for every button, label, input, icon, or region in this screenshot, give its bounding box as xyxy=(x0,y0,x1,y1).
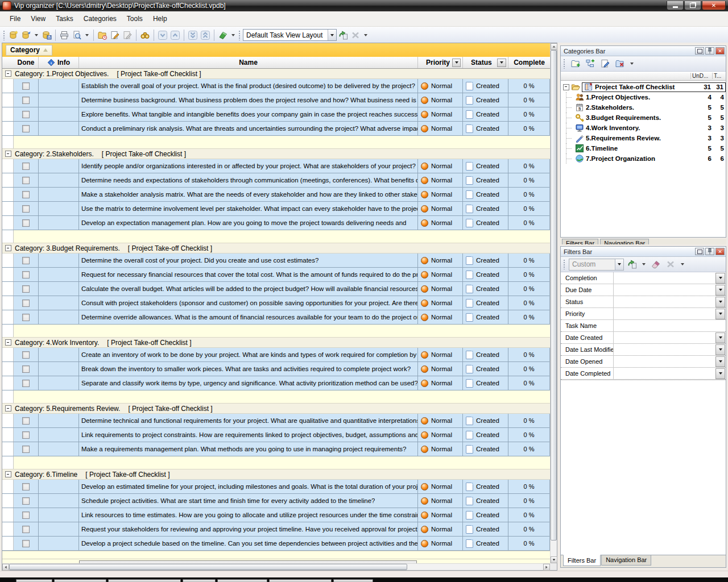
status-cell[interactable]: Created xyxy=(463,376,508,390)
complete-cell[interactable]: 0 % xyxy=(508,93,550,107)
filter-dropdown-due-date[interactable] xyxy=(715,285,725,296)
scroll-right-button[interactable] xyxy=(543,564,550,571)
status-cell[interactable]: Created xyxy=(463,296,508,310)
filter-value-task-name[interactable] xyxy=(613,320,726,331)
task-row[interactable]: Calculate the overall budget. What artic… xyxy=(2,282,550,296)
complete-cell[interactable]: 0 % xyxy=(508,362,550,376)
task-name-cell[interactable]: Determine needs and expectations of stak… xyxy=(79,173,418,187)
filter-value-date-created[interactable] xyxy=(613,332,715,343)
task-row[interactable]: Request your stakeholders for reviewing … xyxy=(2,522,550,537)
taskbar[interactable] xyxy=(0,577,728,582)
task-name-cell[interactable]: Schedule project activities. What are st… xyxy=(79,494,418,508)
status-filter-button[interactable] xyxy=(497,59,506,67)
search-button[interactable] xyxy=(139,29,151,41)
filter-dropdown-priority[interactable] xyxy=(715,309,725,319)
status-cell[interactable]: Created xyxy=(463,188,508,201)
done-checkbox[interactable] xyxy=(22,97,30,104)
complete-column-header[interactable]: Complete xyxy=(508,57,550,68)
task-row[interactable]: Request for necessary financial resource… xyxy=(2,268,550,282)
group-by-category-button[interactable]: Category xyxy=(6,45,52,56)
category-tree-item-5-requirements-review[interactable]: 5.Requirements Review.33 xyxy=(561,133,726,143)
collapse-tree-icon[interactable] xyxy=(563,84,569,90)
task-name-cell[interactable]: Link requirements to project constraints… xyxy=(79,428,418,442)
complete-cell[interactable]: 0 % xyxy=(508,537,550,550)
done-checkbox[interactable] xyxy=(22,125,30,132)
status-cell[interactable]: Created xyxy=(463,310,508,324)
done-checkbox[interactable] xyxy=(22,351,30,359)
complete-cell[interactable]: 0 % xyxy=(508,522,550,536)
close-button[interactable]: ✕ xyxy=(702,1,726,10)
complete-cell[interactable]: 0 % xyxy=(508,296,550,310)
done-checkbox[interactable] xyxy=(22,512,30,519)
toolbar-more-icon[interactable] xyxy=(364,34,367,36)
done-checkbox[interactable] xyxy=(22,540,30,547)
task-name-cell[interactable]: Establish the overall goal of your proje… xyxy=(79,79,418,93)
done-checkbox[interactable] xyxy=(22,380,30,387)
complete-cell[interactable]: 0 % xyxy=(508,268,550,281)
task-name-cell[interactable]: Conduct a preliminary risk analysis. Wha… xyxy=(79,122,418,135)
view-notebook-button[interactable] xyxy=(217,29,229,41)
status-cell[interactable]: Created xyxy=(463,202,508,215)
done-checkbox[interactable] xyxy=(22,417,30,425)
category-tree-item-6-timeline[interactable]: 6.Timeline55 xyxy=(561,143,726,153)
done-checkbox[interactable] xyxy=(22,177,30,184)
open-database-dropdown-icon[interactable] xyxy=(35,34,38,36)
task-name-cell[interactable]: Break down the inventory to smaller work… xyxy=(79,362,418,376)
done-checkbox[interactable] xyxy=(22,497,30,505)
priority-cell[interactable]: Normal xyxy=(418,537,463,550)
task-name-cell[interactable]: Determine override allowances. What is t… xyxy=(79,310,418,324)
priority-cell[interactable]: Normal xyxy=(418,107,463,121)
restore-button[interactable] xyxy=(684,1,701,10)
taskbar-item[interactable] xyxy=(16,579,52,582)
task-name-cell[interactable]: Use the matrix to determine involvement … xyxy=(79,202,418,215)
categories-minimize-button[interactable] xyxy=(695,47,704,55)
task-name-cell[interactable]: Make a requirements management plan. Wha… xyxy=(79,442,418,456)
complete-cell[interactable]: 0 % xyxy=(508,428,550,442)
done-checkbox[interactable] xyxy=(22,314,30,321)
status-cell[interactable]: Created xyxy=(463,268,508,281)
delete-filter-button[interactable] xyxy=(664,258,677,271)
print-preview-button[interactable] xyxy=(71,29,83,41)
taskbar-item[interactable] xyxy=(333,579,373,582)
task-row[interactable]: Determine the overall cost of your proje… xyxy=(2,253,550,268)
priority-cell[interactable]: Normal xyxy=(418,93,463,107)
task-row[interactable]: Determine technical and functional requi… xyxy=(2,414,550,428)
priority-cell[interactable]: Normal xyxy=(418,282,463,296)
complete-cell[interactable]: 0 % xyxy=(508,173,550,187)
status-cell[interactable]: Created xyxy=(463,494,508,508)
priority-cell[interactable]: Normal xyxy=(418,296,463,310)
complete-cell[interactable]: 0 % xyxy=(508,414,550,427)
clear-filter-button[interactable] xyxy=(649,258,663,271)
task-row[interactable]: Link requirements to project constraints… xyxy=(2,428,550,442)
name-column-header[interactable]: Name xyxy=(79,57,418,68)
status-cell[interactable]: Created xyxy=(463,414,508,427)
complete-cell[interactable]: 0 % xyxy=(508,253,550,267)
open-database-button[interactable] xyxy=(20,29,32,41)
priority-cell[interactable]: Normal xyxy=(418,376,463,390)
filter-value-date-opened[interactable] xyxy=(613,356,715,367)
task-name-cell[interactable]: Link resources to time estimates. How ar… xyxy=(79,508,418,522)
task-row[interactable]: Separate and classify work items by type… xyxy=(2,376,550,390)
priority-cell[interactable]: Normal xyxy=(418,173,463,187)
apply-filter-button[interactable] xyxy=(625,258,639,271)
done-checkbox[interactable] xyxy=(22,257,30,264)
priority-cell[interactable]: Normal xyxy=(418,79,463,93)
move-down-button[interactable] xyxy=(156,29,169,41)
category-tree-item-2-stakeholders[interactable]: 52.Stakeholders.55 xyxy=(561,102,726,113)
filter-value-status[interactable] xyxy=(613,296,715,307)
apply-filter-dropdown-icon[interactable] xyxy=(642,263,646,265)
scroll-down-button[interactable] xyxy=(551,556,557,563)
minimize-button[interactable] xyxy=(667,1,684,10)
filter-value-due-date[interactable] xyxy=(613,284,715,296)
toolbar-more-icon[interactable] xyxy=(231,34,235,36)
selected-category-row[interactable]: Project Take-off Checklist3131 xyxy=(582,82,726,92)
complete-cell[interactable]: 0 % xyxy=(508,376,550,390)
status-cell[interactable]: Created xyxy=(463,107,508,121)
priority-cell[interactable]: Normal xyxy=(418,202,463,215)
complete-cell[interactable]: 0 % xyxy=(508,188,550,201)
task-name-cell[interactable]: Develop an estimated timeline for your p… xyxy=(79,480,418,493)
task-row[interactable]: Determine business background. What busi… xyxy=(2,93,550,107)
task-name-cell[interactable]: Make a stakeholder analysis matrix. What… xyxy=(79,188,418,201)
priority-cell[interactable]: Normal xyxy=(418,442,463,456)
horizontal-scrollbar[interactable] xyxy=(2,563,550,570)
